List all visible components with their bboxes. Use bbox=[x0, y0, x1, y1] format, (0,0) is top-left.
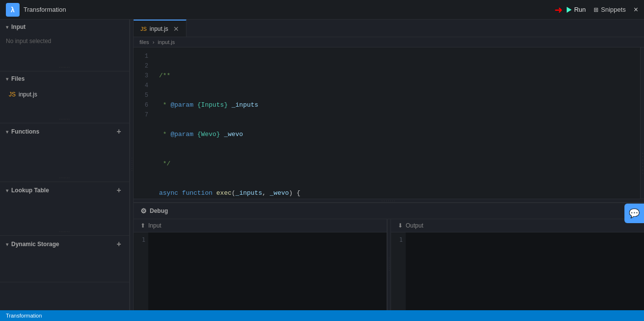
line-num-5: 5 bbox=[134, 91, 153, 100]
drag-handle-input[interactable]: ······· bbox=[0, 64, 129, 71]
title-bar: λ Transformation ➜ Run ⊞ Snippets × bbox=[0, 0, 644, 20]
status-bar-label: Transformation bbox=[6, 313, 42, 319]
lambda-icon: λ bbox=[6, 3, 20, 17]
sidebar-label-dynamic-storage: Dynamic Storage bbox=[11, 241, 59, 248]
line-num-4: 4 bbox=[134, 81, 153, 91]
sidebar-header-lookup[interactable]: ▾ Lookup Table + bbox=[0, 182, 129, 199]
sidebar-resize-handle[interactable]: ······· bbox=[130, 20, 134, 310]
chevron-functions: ▾ bbox=[6, 129, 8, 135]
drag-handle-lookup[interactable]: ······· bbox=[0, 228, 129, 235]
tab-bar: JS input.js ✕ bbox=[134, 20, 644, 37]
red-arrow-indicator: ➜ bbox=[554, 4, 563, 16]
tab-file-icon: JS bbox=[140, 26, 147, 32]
chevron-dynamic-storage: ▾ bbox=[6, 242, 8, 247]
sidebar-content-lookup bbox=[0, 199, 129, 228]
sidebar-header-functions[interactable]: ▾ Functions + bbox=[0, 123, 129, 140]
code-content[interactable]: /** * @param {Inputs} _inputs * @param {… bbox=[153, 47, 640, 199]
debug-input-code[interactable] bbox=[148, 232, 387, 310]
code-line-1: /** bbox=[159, 71, 634, 81]
tab-close-button[interactable]: ✕ bbox=[173, 25, 179, 33]
code-lines: 1 2 3 4 5 6 7 /** * @param {Inputs} _inp… bbox=[134, 47, 644, 199]
js-file-icon: JS bbox=[9, 91, 16, 98]
sidebar-label-functions: Functions bbox=[11, 128, 39, 135]
debug-input-line-nums: 1 bbox=[134, 232, 148, 310]
debug-input-content: 1 bbox=[134, 232, 387, 310]
debug-output-ln-1: 1 bbox=[391, 235, 406, 244]
title-bar-right: ➜ Run ⊞ Snippets × bbox=[554, 4, 638, 16]
line-num-3: 3 bbox=[134, 71, 153, 81]
add-lookup-button[interactable]: + bbox=[115, 186, 123, 195]
debug-output-line-nums: 1 bbox=[391, 232, 406, 310]
main-layout: ▾ Input No input selected ······· ▾ File… bbox=[0, 20, 644, 310]
debug-input-icon: ⬆ bbox=[140, 222, 145, 229]
snippets-icon: ⊞ bbox=[594, 6, 598, 13]
debug-output-content: 1 bbox=[391, 232, 644, 310]
add-function-button[interactable]: + bbox=[115, 127, 123, 136]
run-button[interactable]: Run bbox=[567, 6, 586, 13]
sidebar-header-input[interactable]: ▾ Input bbox=[0, 20, 129, 34]
status-bar: Transformation bbox=[0, 310, 644, 321]
code-line-4: */ bbox=[159, 159, 634, 169]
snippets-button[interactable]: ⊞ Snippets bbox=[594, 6, 626, 13]
drag-handle-functions[interactable]: ······· bbox=[0, 174, 129, 182]
title-bar-left: λ Transformation bbox=[6, 3, 66, 17]
debug-input-section: ⬆ Input 1 bbox=[134, 219, 387, 310]
debug-output-label: Output bbox=[406, 222, 423, 229]
breadcrumb: files › input.js bbox=[134, 37, 644, 47]
no-input-text: No input selected bbox=[6, 38, 51, 45]
sidebar-label-files: Files bbox=[11, 75, 24, 82]
sidebar-section-dynamic-storage: ▾ Dynamic Storage + bbox=[0, 236, 129, 282]
editor-debug-resize[interactable]: ······· bbox=[134, 199, 644, 203]
line-num-1: 1 bbox=[134, 51, 153, 61]
sidebar-section-input: ▾ Input No input selected ······· bbox=[0, 20, 129, 71]
breadcrumb-part-filename: input.js bbox=[158, 39, 175, 45]
debug-output-section: ⬇ Output 1 bbox=[391, 219, 644, 310]
line-num-7: 7 bbox=[134, 110, 153, 120]
editor-area: JS input.js ✕ files › input.js 1 2 3 4 5… bbox=[134, 20, 644, 310]
sidebar-content-files: JS input.js bbox=[0, 86, 129, 115]
debug-title: Debug bbox=[150, 207, 168, 214]
debug-output-icon: ⬇ bbox=[398, 222, 403, 229]
line-num-6: 6 bbox=[134, 100, 153, 110]
debug-header: ⚙ Debug bbox=[134, 203, 644, 219]
sidebar-header-dynamic-storage[interactable]: ▾ Dynamic Storage + bbox=[0, 236, 129, 252]
sidebar-header-files[interactable]: ▾ Files bbox=[0, 71, 129, 86]
debug-output-header: ⬇ Output bbox=[391, 219, 644, 232]
sidebar-content-input: No input selected bbox=[0, 34, 129, 64]
sidebar-content-dynamic-storage bbox=[0, 252, 129, 282]
debug-icon: ⚙ bbox=[140, 207, 147, 215]
debug-input-label: Input bbox=[148, 222, 161, 229]
chat-button[interactable]: 💬 bbox=[624, 204, 644, 223]
sidebar-label-lookup: Lookup Table bbox=[11, 187, 49, 194]
sidebar: ▾ Input No input selected ······· ▾ File… bbox=[0, 20, 130, 310]
sidebar-section-lookup: ▾ Lookup Table + ······· bbox=[0, 182, 129, 236]
debug-body: ⬆ Input 1 ······· ⬇ O bbox=[134, 219, 644, 310]
sidebar-content-functions bbox=[0, 140, 129, 174]
sidebar-label-input: Input bbox=[11, 23, 25, 30]
code-line-5: async function exec(_inputs, _wevo) { bbox=[159, 188, 634, 198]
close-button[interactable]: × bbox=[634, 5, 638, 14]
code-editor[interactable]: 1 2 3 4 5 6 7 /** * @param {Inputs} _inp… bbox=[134, 47, 644, 199]
debug-output-code[interactable] bbox=[406, 232, 644, 310]
app-title: Transformation bbox=[23, 6, 66, 13]
run-icon bbox=[567, 7, 572, 13]
drag-handle-files[interactable]: ······· bbox=[0, 115, 129, 123]
line-numbers: 1 2 3 4 5 6 7 bbox=[134, 47, 153, 199]
add-dynamic-storage-button[interactable]: + bbox=[115, 240, 123, 249]
debug-panel-divider[interactable]: ······· bbox=[387, 219, 391, 310]
tab-label: input.js bbox=[150, 25, 168, 32]
list-item[interactable]: JS input.js bbox=[6, 89, 123, 100]
sidebar-section-functions: ▾ Functions + ······· bbox=[0, 123, 129, 182]
tab-input-js[interactable]: JS input.js ✕ bbox=[134, 20, 186, 37]
chevron-input: ▾ bbox=[6, 24, 8, 30]
editor-right-resize[interactable]: ······· bbox=[640, 47, 644, 199]
file-name: input.js bbox=[19, 91, 37, 98]
chevron-lookup: ▾ bbox=[6, 188, 8, 193]
code-line-2: * @param {Inputs} _inputs bbox=[159, 100, 634, 110]
debug-panel: ⚙ Debug ⬆ Input 1 bbox=[134, 203, 644, 310]
chevron-files: ▾ bbox=[6, 76, 8, 82]
code-line-3: * @param {Wevo} _wevo bbox=[159, 130, 634, 139]
debug-input-header: ⬆ Input bbox=[134, 219, 387, 232]
breadcrumb-part-files: files bbox=[139, 39, 149, 45]
line-num-2: 2 bbox=[134, 61, 153, 71]
